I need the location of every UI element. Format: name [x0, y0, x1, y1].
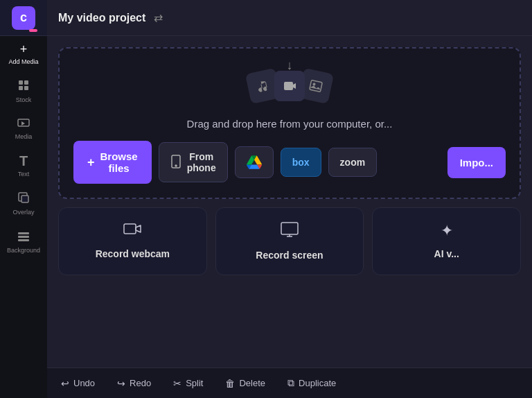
svg-rect-16 [281, 223, 298, 234]
delete-button[interactable]: 🗑 Delete [220, 375, 271, 392]
redo-icon: ↪ [117, 378, 125, 389]
sidebar-logo: c [0, 0, 47, 36]
sidebar-label-add-media: Add Media [8, 58, 38, 65]
drag-drop-text: Drag and drop here from your computer, o… [187, 118, 393, 130]
sidebar-label-stock: Stock [16, 96, 32, 103]
from-phone-label: Fromphone [187, 151, 216, 173]
record-section: Record webcam Record screen ✦ AI v... [58, 207, 521, 275]
duplicate-button[interactable]: ⧉ Duplicate [282, 374, 342, 392]
svg-rect-0 [19, 80, 23, 85]
redo-label: Redo [130, 378, 151, 388]
sidebar-label-overlay: Overlay [12, 209, 34, 216]
duplicate-label: Duplicate [299, 378, 336, 388]
sync-icon: ⇄ [154, 11, 163, 24]
split-label: Split [186, 378, 203, 388]
svg-rect-9 [18, 239, 29, 241]
svg-rect-2 [19, 86, 23, 90]
google-drive-button[interactable] [235, 146, 274, 178]
svg-point-12 [312, 83, 316, 86]
text-icon: T [19, 154, 28, 168]
record-screen-label: Record screen [256, 250, 323, 261]
record-webcam-card[interactable]: Record webcam [58, 207, 207, 275]
sidebar-item-media[interactable]: Media [0, 110, 47, 147]
overlay-icon [17, 191, 30, 206]
ai-card[interactable]: ✦ AI v... [372, 207, 521, 275]
media-card-video [274, 71, 305, 101]
sidebar-item-stock[interactable]: Stock [0, 72, 47, 110]
redo-button[interactable]: ↪ Redo [112, 375, 157, 392]
undo-icon: ↩ [61, 378, 69, 389]
record-screen-card[interactable]: Record screen [215, 207, 364, 275]
content-area: ↓ Drag and drop here from your computer,… [47, 36, 532, 367]
svg-rect-15 [124, 224, 136, 234]
header: My video project ⇄ [47, 0, 532, 36]
duplicate-icon: ⧉ [287, 377, 294, 389]
sidebar-item-background[interactable]: Background [0, 223, 47, 261]
screen-icon [281, 222, 299, 241]
project-title: My video project [58, 12, 145, 24]
delete-icon: 🗑 [225, 378, 235, 389]
sidebar-item-add-media[interactable]: + Add Media [0, 36, 47, 72]
from-phone-button[interactable]: Fromphone [159, 142, 228, 182]
phone-icon [170, 155, 181, 171]
svg-rect-8 [18, 236, 29, 238]
sidebar-item-overlay[interactable]: Overlay [0, 184, 47, 223]
undo-button[interactable]: ↩ Undo [55, 375, 100, 392]
browse-plus-icon: + [87, 155, 95, 170]
add-media-icon: + [20, 43, 28, 55]
undo-label: Undo [73, 378, 95, 388]
svg-point-14 [175, 165, 177, 166]
delete-label: Delete [239, 378, 265, 388]
browse-files-button[interactable]: + Browsefiles [73, 141, 152, 184]
zoom-label: zoom [340, 157, 366, 168]
stock-icon [17, 79, 30, 94]
svg-rect-7 [18, 232, 29, 234]
bottom-bar: ↩ Undo ↪ Redo ✂ Split 🗑 Delete ⧉ Duplica… [47, 367, 532, 398]
ai-icon: ✦ [441, 222, 453, 240]
import-button[interactable]: Impo... [447, 147, 506, 178]
sidebar-label-background: Background [7, 247, 40, 254]
media-icon [17, 117, 30, 130]
ai-label: AI v... [434, 248, 459, 259]
box-label: box [292, 157, 310, 168]
split-icon: ✂ [173, 378, 181, 389]
svg-rect-11 [310, 80, 323, 92]
zoom-button[interactable]: zoom [328, 148, 378, 177]
svg-rect-1 [24, 80, 28, 85]
split-button[interactable]: ✂ Split [168, 375, 209, 392]
record-webcam-label: Record webcam [96, 248, 170, 259]
main-content: My video project ⇄ ↓ Drag and drop here … [47, 0, 532, 398]
svg-rect-3 [24, 86, 28, 90]
webcam-icon [123, 222, 141, 240]
background-icon [17, 230, 30, 244]
sidebar-label-text: Text [18, 171, 30, 178]
app-logo: c [12, 6, 35, 30]
svg-rect-6 [21, 196, 28, 202]
svg-rect-10 [284, 82, 293, 90]
upload-illustration: ↓ [248, 65, 331, 107]
sidebar-label-media: Media [15, 133, 33, 140]
browse-files-label: Browsefiles [100, 150, 138, 174]
box-button[interactable]: box [281, 148, 321, 177]
import-label: Impo... [460, 157, 493, 168]
sidebar: c + Add Media Stock Media T Text Overlay… [0, 0, 47, 398]
upload-area: ↓ Drag and drop here from your computer,… [58, 47, 521, 199]
sidebar-item-text[interactable]: T Text [0, 147, 47, 184]
action-buttons-row: + Browsefiles Fromphone [73, 141, 506, 184]
